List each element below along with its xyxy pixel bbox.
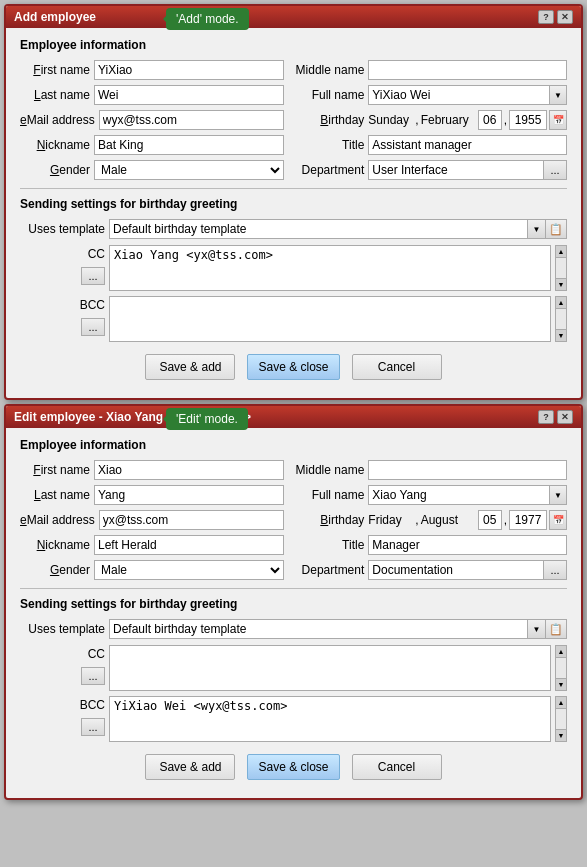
full-name-arrow-2[interactable]: ▼ bbox=[549, 485, 567, 505]
cc-textarea-1[interactable] bbox=[109, 245, 551, 291]
gender-row-1: Gender Male Female bbox=[20, 160, 284, 180]
middle-name-input-1[interactable] bbox=[368, 60, 567, 80]
first-name-input-1[interactable] bbox=[94, 60, 284, 80]
help-button-add[interactable]: ? bbox=[538, 10, 554, 24]
cc-scrollbar-2: ▲ ▼ bbox=[555, 645, 567, 691]
last-name-row-2: Last name bbox=[20, 485, 284, 505]
cancel-button-2[interactable]: Cancel bbox=[352, 754, 442, 780]
department-label-2: Department bbox=[294, 563, 364, 577]
template-icon-btn-1[interactable]: 📋 bbox=[545, 219, 567, 239]
email-row-2: eMail address bbox=[20, 510, 284, 530]
first-name-input-2[interactable] bbox=[94, 460, 284, 480]
birthday-label-1: Birthday bbox=[294, 113, 364, 127]
divider-1 bbox=[20, 188, 567, 189]
bcc-scroll-down-2[interactable]: ▼ bbox=[556, 729, 566, 741]
department-input-1[interactable] bbox=[368, 160, 543, 180]
title-input-2[interactable] bbox=[368, 535, 567, 555]
sending-title-1: Sending settings for birthday greeting bbox=[20, 197, 567, 211]
gender-select-1[interactable]: Male Female bbox=[94, 160, 284, 180]
cc-scroll-down-2[interactable]: ▼ bbox=[556, 678, 566, 690]
cc-scroll-up-2[interactable]: ▲ bbox=[556, 646, 566, 658]
middle-name-input-2[interactable] bbox=[368, 460, 567, 480]
full-name-input-2[interactable] bbox=[368, 485, 549, 505]
birthday-year-input-1[interactable] bbox=[509, 110, 547, 130]
title-input-1[interactable] bbox=[368, 135, 567, 155]
bcc-scroll-up-2[interactable]: ▲ bbox=[556, 697, 566, 709]
gender-label-2: Gender bbox=[20, 563, 90, 577]
nickname-input-2[interactable] bbox=[94, 535, 284, 555]
cc-textarea-2[interactable] bbox=[109, 645, 551, 691]
cc-scrollbar-1: ▲ ▼ bbox=[555, 245, 567, 291]
nickname-row-1: Nickname bbox=[20, 135, 284, 155]
cc-bcc-section-2: CC ... ▲ ▼ BCC ... ▲ bbox=[20, 645, 567, 742]
cc-browse-btn-1[interactable]: ... bbox=[81, 267, 105, 285]
department-input-2[interactable] bbox=[368, 560, 543, 580]
department-row-1: Department ... bbox=[294, 160, 567, 180]
bcc-browse-btn-1[interactable]: ... bbox=[81, 318, 105, 336]
email-input-2[interactable] bbox=[99, 510, 285, 530]
close-button-add[interactable]: ✕ bbox=[557, 10, 573, 24]
gender-select-2[interactable]: Male Female bbox=[94, 560, 284, 580]
full-name-dropdown-2: ▼ bbox=[368, 485, 567, 505]
birthday-year-input-2[interactable] bbox=[509, 510, 547, 530]
cc-browse-btn-2[interactable]: ... bbox=[81, 667, 105, 685]
divider-2 bbox=[20, 588, 567, 589]
birthday-date-input-2[interactable] bbox=[478, 510, 502, 530]
gender-label-1: Gender bbox=[20, 163, 90, 177]
bcc-scroll-up-1[interactable]: ▲ bbox=[556, 297, 566, 309]
save-close-button-2[interactable]: Save & close bbox=[247, 754, 339, 780]
bcc-scrollbar-2: ▲ ▼ bbox=[555, 696, 567, 742]
bcc-scroll-down-1[interactable]: ▼ bbox=[556, 329, 566, 341]
department-browse-btn-1[interactable]: ... bbox=[543, 160, 567, 180]
sending-title-2: Sending settings for birthday greeting bbox=[20, 597, 567, 611]
buttons-row-1: Save & add Save & close Cancel bbox=[20, 354, 567, 388]
sending-section-2: Sending settings for birthday greeting U… bbox=[20, 597, 567, 742]
middle-name-label-1: Middle name bbox=[294, 63, 364, 77]
template-arrow-btn-1[interactable]: ▼ bbox=[527, 219, 545, 239]
employee-info-title-1: Employee information bbox=[20, 38, 567, 52]
full-name-arrow-1[interactable]: ▼ bbox=[549, 85, 567, 105]
template-label-2: Uses template bbox=[20, 622, 105, 636]
save-add-button-1[interactable]: Save & add bbox=[145, 354, 235, 380]
department-browse-btn-2[interactable]: ... bbox=[543, 560, 567, 580]
close-button-edit[interactable]: ✕ bbox=[557, 410, 573, 424]
birthday-day-name-2: Friday bbox=[368, 513, 413, 527]
nickname-input-1[interactable] bbox=[94, 135, 284, 155]
template-input-2[interactable] bbox=[109, 619, 527, 639]
help-button-edit[interactable]: ? bbox=[538, 410, 554, 424]
birthday-row-2: Birthday Friday , August , 📅 bbox=[294, 510, 567, 530]
edit-employee-window: Edit employee - Xiao Yang <yx@tss.com> '… bbox=[4, 404, 583, 800]
cc-scroll-down-1[interactable]: ▼ bbox=[556, 278, 566, 290]
template-row-1: Uses template ▼ 📋 bbox=[20, 219, 567, 239]
email-input-1[interactable] bbox=[99, 110, 285, 130]
title-row-1: Title bbox=[294, 135, 567, 155]
template-icon-btn-2[interactable]: 📋 bbox=[545, 619, 567, 639]
template-input-1[interactable] bbox=[109, 219, 527, 239]
first-name-row-2: First name bbox=[20, 460, 284, 480]
department-field-2: ... bbox=[368, 560, 567, 580]
last-name-label-1: Last name bbox=[20, 88, 90, 102]
save-close-button-1[interactable]: Save & close bbox=[247, 354, 339, 380]
last-name-input-2[interactable] bbox=[94, 485, 284, 505]
employee-info-title-2: Employee information bbox=[20, 438, 567, 452]
bcc-textarea-2[interactable] bbox=[109, 696, 551, 742]
full-name-label-1: Full name bbox=[294, 88, 364, 102]
last-name-input-1[interactable] bbox=[94, 85, 284, 105]
full-name-input-1[interactable] bbox=[368, 85, 549, 105]
cancel-button-1[interactable]: Cancel bbox=[352, 354, 442, 380]
titlebar-edit: Edit employee - Xiao Yang <yx@tss.com> '… bbox=[6, 406, 581, 428]
bcc-textarea-1[interactable] bbox=[109, 296, 551, 342]
save-add-button-2[interactable]: Save & add bbox=[145, 754, 235, 780]
birthday-date-input-1[interactable] bbox=[478, 110, 502, 130]
gender-row-2: Gender Male Female bbox=[20, 560, 284, 580]
cc-row-2: CC ... ▲ ▼ bbox=[20, 645, 567, 691]
birthday-calendar-btn-1[interactable]: 📅 bbox=[549, 110, 567, 130]
template-arrow-btn-2[interactable]: ▼ bbox=[527, 619, 545, 639]
bcc-browse-btn-2[interactable]: ... bbox=[81, 718, 105, 736]
cc-scroll-up-1[interactable]: ▲ bbox=[556, 246, 566, 258]
bcc-label-2: BCC bbox=[80, 696, 105, 714]
add-employee-window: Add employee 'Add' mode. ? ✕ Employee in… bbox=[4, 4, 583, 400]
email-row-1: eMail address bbox=[20, 110, 284, 130]
birthday-calendar-btn-2[interactable]: 📅 bbox=[549, 510, 567, 530]
cc-row-1: CC ... ▲ ▼ bbox=[20, 245, 567, 291]
